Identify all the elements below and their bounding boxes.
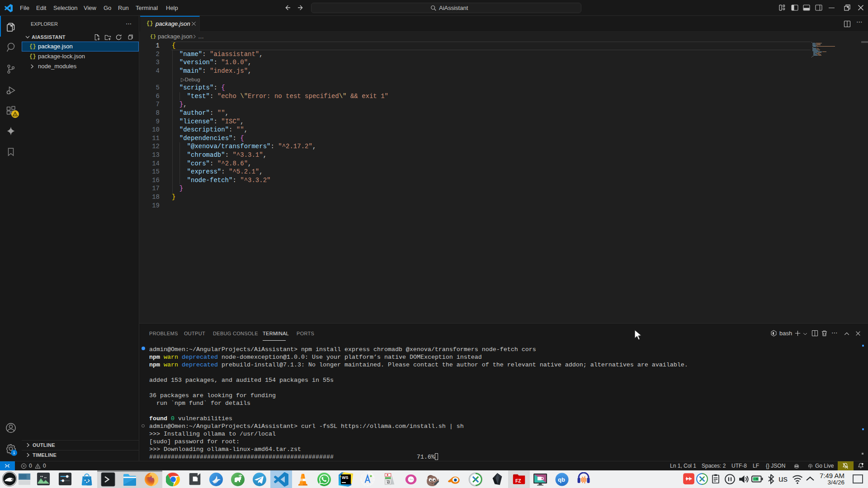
svg-text:FZ: FZ (515, 479, 521, 483)
svg-text:qb: qb (558, 476, 565, 483)
svg-text:WS: WS (342, 475, 349, 480)
